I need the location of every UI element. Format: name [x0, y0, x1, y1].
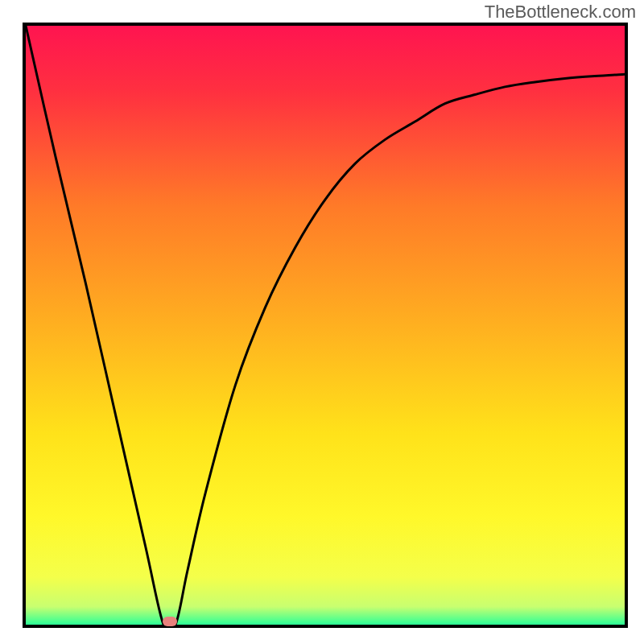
watermark-text: TheBottleneck.com — [485, 2, 636, 23]
chart-container — [0, 0, 644, 644]
min-marker — [163, 617, 177, 626]
bottleneck-curve — [26, 26, 625, 625]
plot-area — [23, 23, 628, 628]
